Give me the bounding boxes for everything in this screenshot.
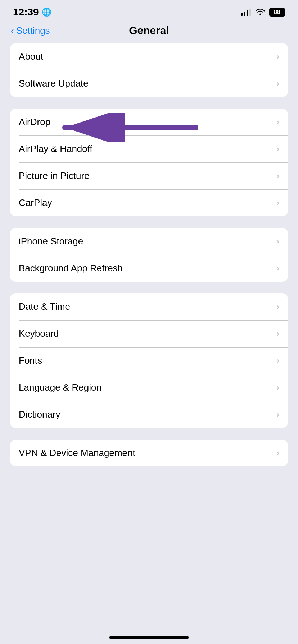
signal-bars — [241, 9, 251, 16]
airplay-handoff-row[interactable]: AirPlay & Handoff › — [10, 135, 288, 162]
settings-container: About › Software Update › AirDrop › AirP… — [0, 43, 298, 466]
back-label: Settings — [16, 25, 50, 36]
wifi-icon — [256, 8, 265, 17]
settings-group-4: Date & Time › Keyboard › Fonts › Languag… — [10, 293, 288, 428]
language-region-label: Language & Region — [19, 382, 101, 393]
time-display: 12:39 — [13, 6, 39, 18]
airplay-handoff-label: AirPlay & Handoff — [19, 143, 92, 155]
carplay-chevron: › — [277, 198, 279, 208]
globe-icon: 🌐 — [42, 8, 51, 17]
page-title: General — [129, 24, 169, 37]
date-time-chevron: › — [277, 302, 279, 312]
signal-bar-3 — [247, 10, 248, 16]
vpn-device-management-row[interactable]: VPN & Device Management › — [10, 440, 288, 466]
software-update-row[interactable]: Software Update › — [10, 70, 288, 97]
fonts-row[interactable]: Fonts › — [10, 347, 288, 374]
keyboard-chevron: › — [277, 329, 279, 339]
battery-indicator: 88 — [269, 8, 285, 17]
background-app-refresh-chevron: › — [277, 264, 279, 273]
background-app-refresh-label: Background App Refresh — [19, 263, 123, 274]
iphone-storage-chevron: › — [277, 237, 279, 246]
about-row[interactable]: About › — [10, 43, 288, 70]
fonts-chevron: › — [277, 356, 279, 365]
iphone-storage-row[interactable]: iPhone Storage › — [10, 228, 288, 255]
dictionary-label: Dictionary — [19, 409, 60, 420]
background-app-refresh-row[interactable]: Background App Refresh › — [10, 255, 288, 282]
fonts-label: Fonts — [19, 355, 42, 366]
nav-header: ‹ Settings General — [0, 22, 298, 43]
settings-group-1: About › Software Update › — [10, 43, 288, 97]
airdrop-row[interactable]: AirDrop › — [10, 109, 288, 135]
software-update-label: Software Update — [19, 78, 89, 89]
back-chevron-icon: ‹ — [11, 25, 14, 36]
date-time-label: Date & Time — [19, 301, 70, 312]
status-icons: 88 — [241, 8, 285, 17]
dictionary-chevron: › — [277, 410, 279, 419]
iphone-storage-label: iPhone Storage — [19, 236, 83, 247]
carplay-row[interactable]: CarPlay › — [10, 189, 288, 216]
back-button[interactable]: ‹ Settings — [11, 25, 50, 36]
signal-bar-4 — [249, 9, 251, 16]
signal-bar-2 — [244, 12, 245, 16]
picture-in-picture-label: Picture in Picture — [19, 170, 90, 181]
language-region-chevron: › — [277, 383, 279, 392]
carplay-label: CarPlay — [19, 197, 52, 208]
vpn-device-management-label: VPN & Device Management — [19, 447, 135, 459]
settings-group-5: VPN & Device Management › — [10, 440, 288, 466]
battery-level: 88 — [274, 9, 280, 15]
date-time-row[interactable]: Date & Time › — [10, 293, 288, 320]
airdrop-chevron: › — [277, 118, 279, 127]
picture-in-picture-row[interactable]: Picture in Picture › — [10, 162, 288, 189]
airdrop-label: AirDrop — [19, 116, 50, 128]
dictionary-row[interactable]: Dictionary › — [10, 401, 288, 428]
signal-bar-1 — [241, 13, 243, 16]
vpn-device-management-chevron: › — [277, 448, 279, 458]
settings-group-2: AirDrop › AirPlay & Handoff › Picture in… — [10, 109, 288, 216]
settings-group-3: iPhone Storage › Background App Refresh … — [10, 228, 288, 282]
software-update-chevron: › — [277, 79, 279, 88]
home-indicator — [109, 636, 189, 639]
status-time: 12:39 🌐 — [13, 6, 51, 18]
picture-in-picture-chevron: › — [277, 171, 279, 181]
about-label: About — [19, 51, 43, 62]
airplay-handoff-chevron: › — [277, 144, 279, 154]
keyboard-label: Keyboard — [19, 328, 59, 339]
language-region-row[interactable]: Language & Region › — [10, 374, 288, 401]
about-chevron: › — [277, 52, 279, 61]
status-bar: 12:39 🌐 88 — [0, 0, 298, 22]
keyboard-row[interactable]: Keyboard › — [10, 320, 288, 347]
